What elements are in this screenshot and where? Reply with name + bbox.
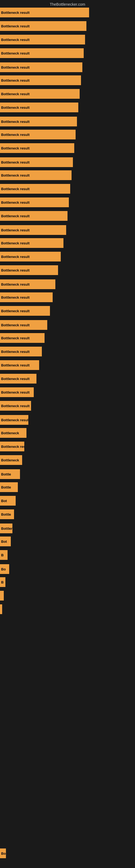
bar-item xyxy=(0,591,4,600)
bar-label: Bottleneck result xyxy=(1,79,30,83)
bar-item: Bottleneck xyxy=(0,455,22,465)
bar-label: Bottleneck result xyxy=(1,241,30,245)
bar-label: Bottleneck result xyxy=(1,187,30,191)
bar-item: Bottle xyxy=(0,509,14,519)
bar-item: Bottleneck result xyxy=(0,265,58,275)
bar-label: Bot xyxy=(1,499,7,503)
bar-label: Bottleneck result xyxy=(1,10,30,14)
bar-item: Bottleneck result xyxy=(0,21,86,31)
bar-item: Bottleneck result xyxy=(0,374,37,383)
bar-item: Bottleneck result xyxy=(0,211,68,221)
bar-label: Bottleneck result xyxy=(1,268,30,272)
bar-item: B xyxy=(0,577,5,587)
bar-label: Bottle xyxy=(1,513,11,517)
bar-item: Bottleneck result xyxy=(0,360,39,370)
bar-item: Bottleneck result xyxy=(0,401,31,411)
bar-item: Bottleneck result xyxy=(0,89,80,99)
bar-label: Bottleneck xyxy=(1,458,19,462)
bar-label: Bottleneck result xyxy=(1,323,30,327)
bar-item: Bot xyxy=(0,496,16,506)
bar-label: Bottleneck result xyxy=(1,418,28,422)
bar-item: Bottleneck result xyxy=(0,157,73,167)
bar-label: Bottle xyxy=(1,485,11,489)
bar-item: Bottleneck result xyxy=(0,130,76,140)
bar-item: Bottle xyxy=(0,482,18,492)
bar-label: Bo xyxy=(1,567,6,571)
bar-item: Bottleneck result xyxy=(0,252,61,261)
bar-item: Bottleneck result xyxy=(0,388,34,397)
bar-item: Bottle xyxy=(0,469,20,479)
bar-label: Bottleneck result xyxy=(1,92,30,96)
bar-label: Bottleneck result xyxy=(1,105,30,110)
bar-item: Bottleneck result xyxy=(0,35,85,44)
bar-label: Bottleneck result xyxy=(1,296,30,300)
bar-label: Bottle xyxy=(1,472,11,476)
bar-item: Bottleneck result xyxy=(0,225,66,235)
bar-item: Bottleneck result xyxy=(0,197,69,207)
bar-label: Bottleneck xyxy=(1,431,19,435)
bar-label: Bottleneck result xyxy=(1,336,30,340)
bar-item: Bottleneck result xyxy=(0,415,28,425)
bar-item: Bot xyxy=(0,536,11,546)
bar-label: Bottleneck result xyxy=(1,173,30,177)
bar-label: Bottleneck result xyxy=(1,214,30,218)
bar-label: Bottleneck result xyxy=(1,200,30,205)
bar-label: Bottleneck result xyxy=(1,24,30,28)
bar-item xyxy=(0,604,2,614)
bar-label: Bottleneck result xyxy=(1,228,30,232)
site-title: TheBottlenecker.com xyxy=(0,2,135,6)
bar-item: Bottleneck result xyxy=(0,117,77,126)
bar-item: Bottlene xyxy=(0,524,12,533)
bar-label: Bottleneck result xyxy=(1,390,30,394)
bar-item: Bo xyxy=(0,564,9,574)
bar-label: Bottleneck result xyxy=(1,38,30,42)
bar-item: Bottleneck result xyxy=(0,143,74,153)
bar-item: Bottleneck result xyxy=(0,8,89,18)
bar-item: Bottleneck result xyxy=(0,306,50,316)
bar-item: Bottleneck result xyxy=(0,102,78,112)
bar-label: B xyxy=(1,580,3,584)
bar-item: Bottleneck result xyxy=(0,292,53,302)
bar-label: Bottleneck result xyxy=(1,255,30,259)
bar-label: B xyxy=(1,553,3,557)
bar-label: Bottleneck result xyxy=(1,65,30,69)
bar-label: Bot xyxy=(1,539,7,544)
bar-item: Bottleneck result xyxy=(0,320,47,330)
bar-item: Bottleneck result xyxy=(0,238,63,248)
bar-item: Bottleneck result xyxy=(0,170,72,180)
bar-label: Bottleneck result xyxy=(1,51,30,55)
bar-item: Bottleneck result xyxy=(0,279,55,289)
bar-item: Bottleneck result xyxy=(0,347,42,356)
bar-label: Bottleneck result xyxy=(1,377,30,381)
bar-label: Bottleneck result xyxy=(1,133,30,137)
bar-item: Bottleneck result xyxy=(0,184,70,194)
bar-label: Bottleneck result xyxy=(1,282,30,286)
bar-label: Bottleneck result xyxy=(1,350,30,354)
bar-item: Bottleneck result xyxy=(0,62,82,72)
bar-item: Bottleneck result xyxy=(0,333,45,343)
bar-item: Bo xyxy=(0,848,6,858)
bar-item: Bottleneck resu xyxy=(0,442,24,452)
bar-label: Bottleneck result xyxy=(1,404,30,408)
bar-item: Bottleneck result xyxy=(0,75,81,85)
bar-label: Bottleneck result xyxy=(1,363,30,367)
bar-label: Bottleneck result xyxy=(1,160,30,164)
bar-label: Bottleneck result xyxy=(1,120,30,124)
bar-item: B xyxy=(0,550,8,560)
bar-label: Bottleneck result xyxy=(1,146,30,150)
bar-item: Bottleneck result xyxy=(0,48,84,58)
bar-label: Bottleneck resu xyxy=(1,444,24,448)
bar-label: Bottlene xyxy=(1,527,12,531)
bar-item: Bottleneck xyxy=(0,428,27,438)
bar-label: Bo xyxy=(1,851,6,856)
bar-label: Bottleneck result xyxy=(1,309,30,313)
